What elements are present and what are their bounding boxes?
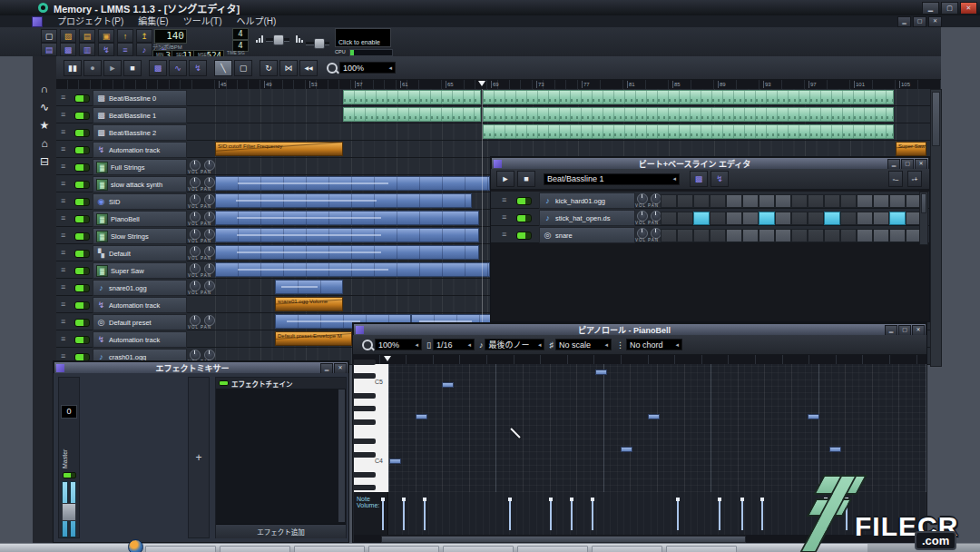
track-grip-icon[interactable]: ≡ [61, 144, 65, 153]
step-cell[interactable] [661, 194, 677, 208]
pattern-segment[interactable] [483, 90, 894, 104]
track-mute-led[interactable] [74, 284, 90, 292]
volume-stem[interactable] [719, 498, 720, 530]
taskbar-button[interactable] [443, 546, 514, 552]
step-cell[interactable] [840, 194, 857, 208]
midi-note[interactable] [389, 458, 401, 464]
track-name-plate[interactable]: ↯Automation track [93, 297, 187, 313]
volume-stem[interactable] [677, 498, 679, 530]
fx-close-button[interactable]: ✕ [334, 363, 347, 374]
black-key[interactable] [354, 360, 376, 365]
track-name-plate[interactable]: ▓Super Saw [93, 262, 187, 279]
step-cell[interactable] [808, 194, 824, 208]
midi-note[interactable] [442, 382, 454, 388]
volume-stem[interactable] [741, 498, 743, 530]
step-cell[interactable] [710, 194, 726, 208]
track-name-plate[interactable]: ▓PianoBell [93, 211, 187, 227]
save-project-button[interactable]: ▣ [98, 29, 114, 43]
black-key[interactable] [354, 393, 376, 399]
step-cell[interactable] [726, 194, 742, 208]
track-mute-led[interactable] [74, 319, 90, 327]
track-grip-icon[interactable]: ≡ [61, 127, 65, 136]
pattern-segment[interactable] [215, 262, 490, 277]
add-bb-track-button[interactable]: ▩ [149, 60, 167, 76]
track-mute-led[interactable] [516, 232, 532, 240]
timesig-numerator[interactable]: 4 [232, 28, 249, 40]
volume-stem[interactable] [550, 498, 552, 530]
step-cell[interactable] [726, 212, 742, 225]
flip-button[interactable]: ⋈ [279, 60, 298, 76]
sidebar-headphones-button[interactable]: ∩ [33, 80, 56, 98]
taskbar-button[interactable] [517, 546, 588, 552]
step-cell[interactable] [873, 212, 889, 225]
step-cell[interactable] [791, 212, 808, 225]
add-effect-button[interactable]: エフェクト追加 [216, 524, 346, 538]
bb-scrollbar[interactable] [919, 192, 928, 245]
pattern-segment[interactable]: Default preset:Envelope M [275, 331, 352, 346]
open-project-button[interactable]: ▨ [60, 29, 76, 43]
step-cell[interactable] [726, 229, 742, 242]
pr-zoom-combo[interactable]: 100%◂ [375, 339, 422, 350]
edit-mode-button[interactable]: ▢ [234, 60, 252, 76]
taskbar-button[interactable] [368, 546, 439, 552]
song-timeline[interactable]: 4549535761656973778185899397101105 [56, 80, 941, 89]
track-mute-led[interactable] [74, 181, 90, 189]
midi-note[interactable] [595, 370, 607, 375]
pattern-segment[interactable] [483, 107, 894, 122]
taskbar-button[interactable] [294, 546, 365, 552]
taskbar-button[interactable] [220, 546, 290, 552]
track-name-plate[interactable]: ↯Automation track [93, 331, 187, 348]
fx-minimize-button[interactable]: ▁ [320, 363, 333, 374]
minimize-button[interactable]: ▁ [922, 2, 939, 15]
sidebar-computer-button[interactable]: ⊟ [33, 153, 56, 171]
step-cell[interactable] [661, 212, 677, 225]
master-volume-slider[interactable] [266, 38, 289, 42]
piano-keyboard[interactable]: C5C4 [354, 364, 389, 492]
bb-editor-button[interactable]: ▩ [60, 43, 76, 56]
volume-stem[interactable] [592, 498, 593, 530]
close-button[interactable]: ✕ [960, 2, 977, 15]
track-mute-led[interactable] [74, 267, 90, 275]
volume-stem[interactable] [424, 498, 426, 530]
track-mute-led[interactable] [74, 232, 90, 241]
step-cell[interactable] [710, 212, 726, 225]
step-cell[interactable] [759, 194, 775, 208]
step-cell[interactable] [889, 212, 906, 225]
mdi-close-button[interactable]: ✕ [928, 16, 942, 27]
bb-add-steps-icon-button[interactable]: ▩ [690, 171, 708, 187]
visualizer[interactable]: Click to enable [335, 28, 391, 47]
pr-maximize-button[interactable]: ▢ [898, 325, 911, 336]
step-cell[interactable] [775, 229, 791, 242]
pr-horizontal-scrollbar[interactable] [354, 535, 926, 542]
track-name-plate[interactable]: ▩Beat/Bassline 0 [93, 90, 187, 106]
track-grip-icon[interactable]: ≡ [61, 317, 65, 326]
master-pitch-slider[interactable] [306, 42, 329, 45]
track-grip-icon[interactable]: ≡ [61, 179, 65, 188]
piano-roll-button[interactable]: ▥ [79, 43, 95, 56]
black-key[interactable] [354, 439, 376, 444]
track-mute-led[interactable] [516, 197, 532, 205]
bb-track-name-plate[interactable]: ♪kick_hard01.ogg [539, 192, 635, 209]
menu-item-2[interactable]: ツール(T) [176, 15, 230, 27]
start-button[interactable] [128, 539, 143, 552]
bb-maximize-button[interactable]: ▢ [901, 159, 914, 170]
track-grip-icon[interactable]: ≡ [61, 196, 65, 205]
draw-mode-button[interactable]: ╲ [214, 60, 232, 76]
step-cell[interactable] [808, 229, 824, 242]
track-mute-led[interactable] [74, 198, 90, 206]
pattern-segment[interactable] [343, 107, 481, 122]
track-grip-icon[interactable]: ≡ [61, 265, 65, 274]
volume-stem[interactable] [509, 498, 511, 530]
master-fader[interactable] [62, 503, 76, 521]
menu-item-0[interactable]: プロジェクト(P) [50, 15, 131, 27]
step-cell[interactable] [775, 194, 791, 208]
black-key[interactable] [354, 485, 376, 490]
volume-stem[interactable] [382, 498, 384, 530]
step-cell[interactable] [710, 229, 726, 242]
playhead-marker[interactable] [478, 81, 485, 86]
pattern-segment[interactable] [215, 193, 472, 208]
step-cell[interactable] [759, 212, 775, 225]
black-key[interactable] [354, 373, 376, 379]
channel-mute-led[interactable] [63, 472, 76, 478]
step-cell[interactable] [791, 229, 808, 242]
